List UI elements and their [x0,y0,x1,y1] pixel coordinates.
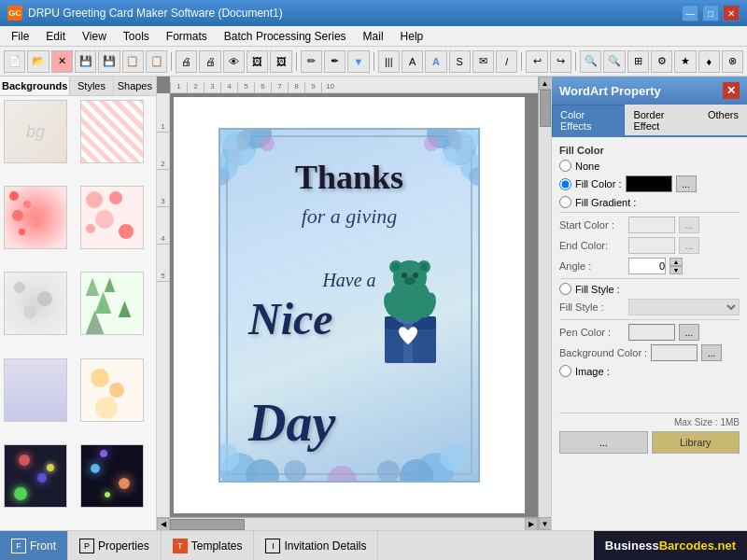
fill-style-radio[interactable] [559,283,571,295]
angle-up-button[interactable]: ▲ [669,258,683,266]
thumbnail-1[interactable]: bg [4,100,67,163]
extra3-button[interactable]: ⊗ [722,50,743,73]
pen-color-swatch[interactable] [628,324,675,341]
canvas-area[interactable]: 12 34 56 78 910 1 2 3 4 5 [157,77,551,530]
scroll-left-button[interactable]: ◀ [157,518,170,531]
scroll-thumb-v[interactable] [540,90,551,127]
end-color-dots-button[interactable]: ... [679,237,699,254]
minimize-button[interactable]: — [682,5,698,21]
library-button[interactable]: Library [652,431,740,454]
close-button[interactable]: ✕ [723,5,740,21]
svg-point-26 [377,460,400,483]
properties-button[interactable]: P Properties [68,531,162,560]
menu-view[interactable]: View [75,28,114,45]
window-controls[interactable]: — □ ✕ [682,5,740,21]
scroll-track-h[interactable] [170,518,525,531]
image2-button[interactable]: 🖼 [270,50,291,73]
tab-shapes[interactable]: Shapes [114,77,156,95]
text-button[interactable]: A [402,50,423,73]
templates-button[interactable]: T Templates [162,531,255,560]
menu-mail[interactable]: Mail [356,28,391,45]
menu-formats[interactable]: Formats [159,28,215,45]
zoom-out-button[interactable]: 🔍 [603,50,625,73]
save-as-button[interactable]: 💾 [98,50,120,73]
shape-button[interactable]: S [449,50,471,73]
extra1-button[interactable]: ★ [674,50,696,73]
thumbnail-4[interactable] [80,186,144,249]
start-color-swatch[interactable] [628,217,675,233]
color-button[interactable]: ▼ [347,50,369,73]
invitation-button[interactable]: I Invitation Details [254,531,378,560]
open-button[interactable]: 📂 [27,50,49,73]
preview-button[interactable]: 👁 [223,50,245,73]
pen-color-dots-button[interactable]: ... [679,324,699,341]
angle-input[interactable]: 0 [628,258,666,274]
none-radio[interactable] [559,160,571,172]
fill-style-select[interactable] [628,299,740,315]
tab-backgrounds[interactable]: Backgrounds [0,77,70,95]
paste-button[interactable]: 📋 [146,50,167,73]
tab-color-effects[interactable]: Color Effects [552,105,625,135]
maximize-button[interactable]: □ [702,5,719,21]
thumbnail-10[interactable] [80,444,144,508]
copy-button[interactable]: 📋 [122,50,144,73]
thumbnail-5[interactable] [4,272,67,335]
redo-button[interactable]: ↪ [550,50,571,73]
end-color-row: End Color: ... [559,237,740,254]
scroll-right-button[interactable]: ▶ [525,518,538,531]
thumbnail-2[interactable] [80,100,144,163]
undo-button[interactable]: ↩ [526,50,547,73]
image-button[interactable]: 🖼 [247,50,268,73]
menu-edit[interactable]: Edit [38,28,73,45]
barcode-button[interactable]: ||| [378,50,400,73]
menu-batch[interactable]: Batch Processing Series [217,28,354,45]
bottom-dots-button[interactable]: ... [559,431,648,454]
fill-color-radio[interactable] [559,178,571,190]
print-button[interactable]: 🖨 [176,50,197,73]
tab-styles[interactable]: Styles [70,77,113,95]
panel-close-button[interactable]: ✕ [723,82,740,99]
zoom-in-button[interactable]: 🔍 [580,50,601,73]
draw-button[interactable]: ✒ [324,50,345,73]
end-color-swatch[interactable] [628,237,675,254]
new-button[interactable]: 📄 [4,50,25,73]
scroll-down-button[interactable]: ▼ [539,517,552,530]
save-button[interactable]: 💾 [75,50,96,73]
menu-help[interactable]: Help [393,28,431,45]
thumbnail-8[interactable] [80,358,144,422]
extra2-button[interactable]: ♦ [698,50,720,73]
bottom-buttons: ... Library [559,431,740,454]
fit-button[interactable]: ⊞ [627,50,649,73]
bg-color-swatch[interactable] [651,344,698,361]
menu-tools[interactable]: Tools [116,28,157,45]
horizontal-scrollbar[interactable]: ◀ ▶ [157,517,538,530]
tab-border-effect[interactable]: Border Effect [625,105,699,135]
email-button[interactable]: ✉ [472,50,494,73]
vertical-scrollbar[interactable]: ▲ ▼ [538,77,551,530]
wordart-button[interactable]: A [425,50,446,73]
print2-button[interactable]: 🖨 [199,50,220,73]
card-text-thanks: Thanks [295,158,403,197]
pen-button[interactable]: ✏ [301,50,322,73]
fill-gradient-radio[interactable] [559,196,571,208]
scroll-thumb-h[interactable] [170,519,245,530]
menu-file[interactable]: File [4,28,36,45]
scroll-track-v[interactable] [539,90,552,517]
tab-others[interactable]: Others [699,105,747,135]
bg-color-dots-button[interactable]: ... [701,344,722,361]
delete-button[interactable]: ✕ [51,50,73,73]
thumbnail-9[interactable] [4,444,67,508]
thumbnail-6[interactable] [80,272,144,335]
thumbnail-7[interactable] [4,358,67,422]
line-button[interactable]: / [496,50,517,73]
front-button[interactable]: F Front [0,531,68,560]
brand-badge: BusinessBarcodes.net [594,531,747,560]
angle-down-button[interactable]: ▼ [669,266,683,274]
fill-color-swatch[interactable] [626,175,672,192]
image-radio[interactable] [559,365,571,377]
thumbnail-3[interactable] [4,186,67,249]
scroll-up-button[interactable]: ▲ [539,77,552,90]
fill-color-dots-button[interactable]: ... [676,175,697,192]
settings-button[interactable]: ⚙ [651,50,672,73]
start-color-dots-button[interactable]: ... [679,217,699,233]
